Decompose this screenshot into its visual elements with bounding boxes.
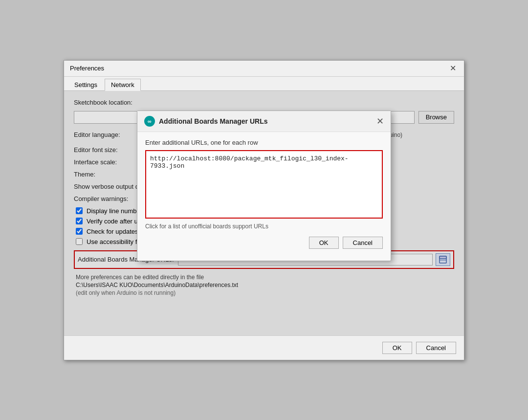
modal-body: Enter additional URLs, one for each row … xyxy=(137,132,391,261)
ok-button[interactable]: OK xyxy=(382,342,412,354)
title-bar: Preferences ✕ xyxy=(64,61,464,77)
main-content: Sketchbook location: Browse Editor langu… xyxy=(64,91,464,335)
modal-footer: OK Cancel xyxy=(145,235,383,254)
modal-close-button[interactable]: ✕ xyxy=(376,117,384,126)
cancel-button[interactable]: Cancel xyxy=(416,342,456,354)
arduino-icon: ∞ xyxy=(144,116,155,127)
tab-network[interactable]: Network xyxy=(105,79,141,91)
modal-cancel-button[interactable]: Cancel xyxy=(343,237,383,249)
window-title: Preferences xyxy=(70,65,104,72)
tab-settings[interactable]: Settings xyxy=(68,79,104,90)
additional-urls-modal: ∞ Additional Boards Manager URLs ✕ Enter… xyxy=(137,111,391,261)
modal-instruction: Enter additional URLs, one for each row xyxy=(145,139,383,146)
url-textarea[interactable]: http://localhost:8080/package_mtk_filogi… xyxy=(145,150,383,219)
tab-bar: Settings Network xyxy=(64,77,464,91)
modal-title-content: ∞ Additional Boards Manager URLs xyxy=(144,116,267,127)
preferences-window: Preferences ✕ Settings Network Sketchboo… xyxy=(64,60,464,360)
window-close-button[interactable]: ✕ xyxy=(448,65,458,72)
modal-title-bar: ∞ Additional Boards Manager URLs ✕ xyxy=(137,111,391,132)
modal-overlay: ∞ Additional Boards Manager URLs ✕ Enter… xyxy=(64,91,464,335)
modal-link[interactable]: Click for a list of unofficial boards su… xyxy=(145,223,383,230)
modal-ok-button[interactable]: OK xyxy=(309,237,339,249)
dialog-buttons: OK Cancel xyxy=(64,335,464,360)
modal-title: Additional Boards Manager URLs xyxy=(159,117,267,125)
